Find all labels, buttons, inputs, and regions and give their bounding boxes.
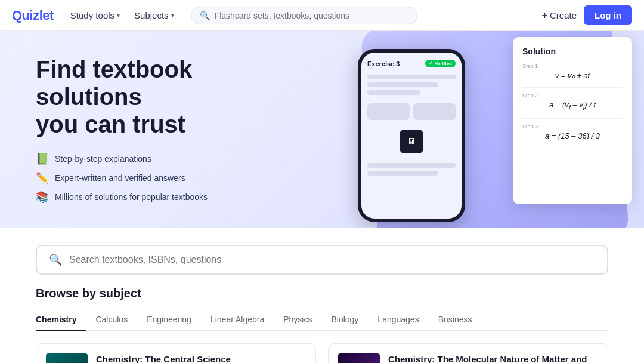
- books-icon: 📚: [36, 190, 49, 204]
- book-title-1: Chemistry: The Central Science: [96, 353, 306, 363]
- hero-features-list: 📗 Step-by-step explanations ✏️ Expert-wr…: [36, 152, 298, 204]
- book-cover-1: CHEMISTRY: [46, 353, 88, 363]
- hero-feature-1: 📗 Step-by-step explanations: [36, 152, 298, 165]
- study-tools-menu[interactable]: Study tools ▾: [68, 7, 122, 24]
- subjects-chevron-icon: ▾: [171, 12, 174, 19]
- hero-section: Find textbook solutions you can trust 📗 …: [0, 31, 644, 228]
- book-card-1[interactable]: CHEMISTRY Chemistry: The Central Science…: [36, 343, 316, 363]
- content-line: [367, 82, 438, 87]
- study-tools-label: Study tools: [70, 10, 114, 20]
- search-icon: 🔍: [200, 11, 210, 20]
- book-info-1: Chemistry: The Central Science 14th Edit…: [96, 353, 306, 363]
- tab-biology[interactable]: Biology: [321, 310, 368, 331]
- book-title-2: Chemistry: The Molecular Nature of Matte…: [388, 353, 598, 363]
- hero-title: Find textbook solutions you can trust: [36, 56, 298, 138]
- book-info-2: Chemistry: The Molecular Nature of Matte…: [388, 353, 598, 363]
- step-icon: 📗: [36, 152, 49, 165]
- exercise-label: Exercise 3: [367, 60, 400, 67]
- plus-icon: +: [542, 10, 547, 21]
- solution-title: Solution: [522, 47, 623, 56]
- verified-badge: ✓ Verified: [425, 60, 456, 67]
- phone-mockup-right: Solution Step 1 v = v₀ + at Step 2 a = (…: [513, 37, 632, 204]
- subjects-label: Subjects: [134, 10, 169, 20]
- hero-content: Find textbook solutions you can trust 📗 …: [0, 32, 334, 227]
- solution-step-3: Step 3 a = (15 – 36) / 3: [522, 124, 623, 140]
- books-grid: CHEMISTRY Chemistry: The Central Science…: [36, 343, 608, 363]
- content-line: [367, 90, 420, 95]
- browse-section: Browse by subject Chemistry Calculus Eng…: [0, 287, 644, 363]
- subject-tabs: Chemistry Calculus Engineering Linear Al…: [36, 310, 608, 331]
- solution-step-2: Step 2 a = (vf – vi) / t: [522, 93, 623, 111]
- logo[interactable]: Quizlet: [12, 8, 54, 23]
- hero-visual: Exercise 3 ✓ Verified 🖩: [310, 31, 644, 228]
- content-box: [367, 103, 410, 120]
- nav-search-input[interactable]: [215, 11, 408, 20]
- hero-feature-3: 📚 Millions of solutions for popular text…: [36, 190, 298, 204]
- login-button[interactable]: Log in: [584, 5, 632, 25]
- pencil-icon: ✏️: [36, 171, 49, 184]
- subjects-menu[interactable]: Subjects ▾: [132, 7, 177, 24]
- tab-physics[interactable]: Physics: [274, 310, 321, 331]
- tab-linear-algebra[interactable]: Linear Algebra: [201, 310, 274, 331]
- step-formula-3: a = (15 – 36) / 3: [522, 131, 623, 140]
- step-formula-2: a = (vf – vi) / t: [522, 100, 623, 111]
- book-card-2[interactable]: CHEMISTRY Chemistry: The Molecular Natur…: [328, 343, 608, 363]
- hero-feature-2: ✏️ Expert-written and verified answers: [36, 171, 298, 184]
- feature-text-1: Step-by-step explanations: [55, 154, 151, 164]
- content-line: [367, 163, 456, 168]
- create-label: Create: [550, 10, 577, 20]
- book-cover-2: CHEMISTRY: [338, 353, 380, 363]
- create-button[interactable]: + Create: [542, 10, 577, 21]
- nav-actions: + Create Log in: [542, 5, 632, 25]
- main-search-input[interactable]: [69, 254, 595, 265]
- content-line: [367, 75, 456, 79]
- search-icon-main: 🔍: [49, 253, 62, 266]
- tab-business[interactable]: Business: [429, 310, 482, 331]
- solution-step-1: Step 1 v = v₀ + at: [522, 63, 623, 80]
- feature-text-2: Expert-written and verified answers: [55, 173, 185, 183]
- calculator-icon: 🖩: [400, 130, 423, 153]
- main-search-section: 🔍: [0, 228, 644, 287]
- main-search-bar: 🔍: [36, 245, 608, 275]
- tab-chemistry[interactable]: Chemistry: [36, 310, 86, 331]
- tab-languages[interactable]: Languages: [368, 310, 428, 331]
- tab-engineering[interactable]: Engineering: [137, 310, 201, 331]
- content-line: [367, 171, 438, 176]
- step-formula-1: v = v₀ + at: [522, 71, 623, 80]
- content-box: [413, 103, 456, 120]
- feature-text-3: Millions of solutions for popular textbo…: [55, 192, 208, 202]
- navbar: Quizlet Study tools ▾ Subjects ▾ 🔍 + Cre…: [0, 0, 644, 31]
- browse-title: Browse by subject: [36, 287, 608, 300]
- nav-search-bar: 🔍: [191, 7, 417, 24]
- study-tools-chevron-icon: ▾: [117, 12, 120, 19]
- phone-mockup-left: Exercise 3 ✓ Verified 🖩: [358, 49, 465, 222]
- tab-calculus[interactable]: Calculus: [86, 310, 137, 331]
